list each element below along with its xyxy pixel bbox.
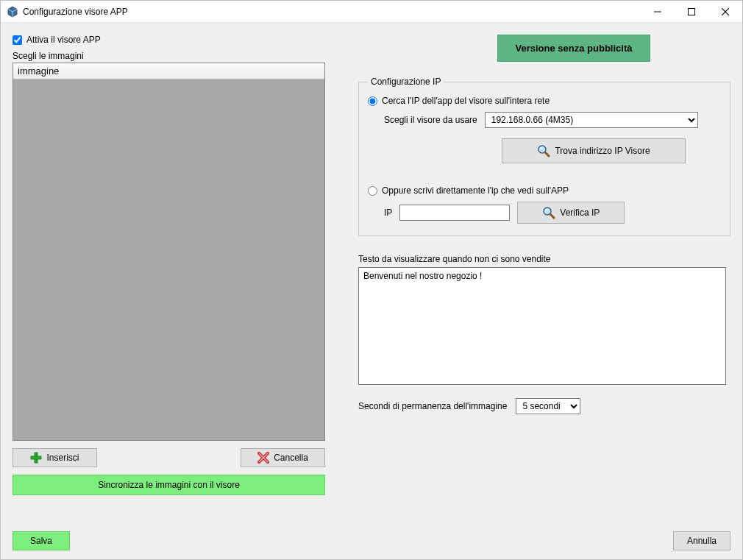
idle-text-input[interactable] xyxy=(358,267,726,385)
ip-config-group: Configurazione IP Cerca l'IP dell'app de… xyxy=(358,77,730,236)
verify-ip-button[interactable]: Verifica IP xyxy=(517,202,625,224)
minimize-button[interactable] xyxy=(641,1,675,23)
svg-point-16 xyxy=(545,209,548,210)
find-ip-label: Trova indirizzo IP Visore xyxy=(555,146,650,156)
maximize-button[interactable] xyxy=(675,1,708,23)
insert-button-label: Inserisci xyxy=(46,453,79,463)
images-label: Scegli le immagini xyxy=(13,51,329,61)
svg-rect-3 xyxy=(689,8,695,15)
window-title: Configurazione visore APP xyxy=(23,7,128,17)
footer-bar: Salva Annulla xyxy=(13,531,730,550)
sync-button-label: Sincronizza le immagini con il visore xyxy=(98,480,240,490)
images-column-header[interactable]: immagine xyxy=(13,63,324,79)
svg-line-14 xyxy=(545,152,549,156)
no-ads-banner[interactable]: Versione senza pubblicità xyxy=(497,35,651,62)
ip-search-label: Cerca l'IP dell'app del visore sull'inte… xyxy=(382,96,550,106)
search-icon xyxy=(537,144,550,157)
activate-checkbox[interactable] xyxy=(13,35,22,45)
ip-search-radio[interactable] xyxy=(368,96,377,106)
ip-config-legend: Configurazione IP xyxy=(368,77,444,87)
idle-text-label: Testo da visualizzare quando non ci sono… xyxy=(358,254,730,264)
ip-input[interactable] xyxy=(399,205,510,221)
cancel-button[interactable]: Annulla xyxy=(673,531,730,550)
titlebar: Configurazione visore APP xyxy=(1,1,742,23)
search-icon xyxy=(542,206,555,219)
insert-button[interactable]: Inserisci xyxy=(13,448,97,467)
svg-line-17 xyxy=(550,214,554,218)
save-button-label: Salva xyxy=(30,536,52,546)
choose-visor-label: Scegli il visore da usare xyxy=(384,115,477,125)
find-ip-button[interactable]: Trova indirizzo IP Visore xyxy=(502,138,686,163)
close-button[interactable] xyxy=(708,1,742,23)
seconds-select[interactable]: 5 secondi xyxy=(516,398,580,414)
save-button[interactable]: Salva xyxy=(13,531,70,550)
cancel-button-label: Annulla xyxy=(687,536,717,546)
images-list[interactable]: immagine xyxy=(13,63,325,441)
svg-rect-7 xyxy=(31,456,41,459)
svg-point-13 xyxy=(540,147,543,149)
visor-select[interactable]: 192.168.0.66 (4M35) xyxy=(485,112,698,128)
client-area: Attiva il visore APP Scegli le immagini … xyxy=(1,23,742,559)
x-icon xyxy=(257,452,269,464)
no-ads-label: Versione senza pubblicità xyxy=(516,43,633,54)
app-icon xyxy=(7,6,18,18)
app-window: Configurazione visore APP Attiva il viso… xyxy=(0,0,743,560)
sync-button[interactable]: Sincronizza le immagini con il visore xyxy=(13,475,325,495)
verify-ip-label: Verifica IP xyxy=(560,208,600,218)
images-list-body[interactable] xyxy=(13,79,324,440)
seconds-label: Secondi di permanenza dell'immagine xyxy=(358,401,507,411)
delete-button-label: Cancella xyxy=(274,453,308,463)
activate-label: Attiva il visore APP xyxy=(26,35,101,45)
ip-field-label: IP xyxy=(384,208,392,218)
ip-direct-radio[interactable] xyxy=(368,186,377,196)
ip-direct-label: Oppure scrivi direttamente l'ip che vedi… xyxy=(382,185,569,196)
left-panel: Attiva il visore APP Scegli le immagini … xyxy=(13,35,329,495)
delete-button[interactable]: Cancella xyxy=(241,448,325,467)
plus-icon xyxy=(30,452,42,464)
right-panel: Versione senza pubblicità Configurazione… xyxy=(329,35,730,414)
